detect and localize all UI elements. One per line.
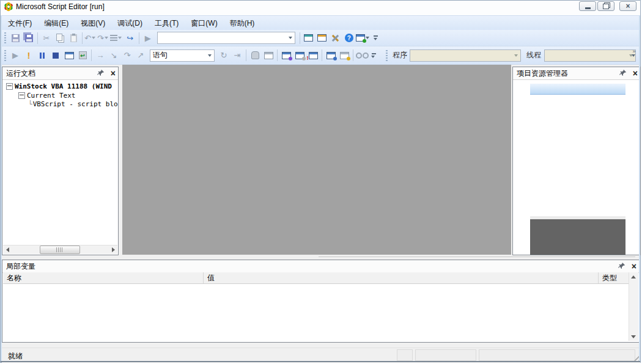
running-documents-button[interactable] xyxy=(324,49,338,62)
menu-tools[interactable]: 工具(T) xyxy=(149,16,185,31)
toolbar-grip[interactable] xyxy=(386,50,388,61)
restart-button[interactable]: ↩ xyxy=(76,49,89,62)
threads-window-button[interactable] xyxy=(338,49,351,62)
find-combobox[interactable] xyxy=(157,32,295,44)
other-windows-dropdown-icon[interactable] xyxy=(366,37,369,39)
restore-button[interactable] xyxy=(597,1,614,11)
stop-debugging-button[interactable] xyxy=(49,49,62,62)
minimize-button[interactable] xyxy=(579,1,596,11)
horizontal-scrollbar[interactable] xyxy=(3,245,117,254)
scroll-down-button[interactable] xyxy=(629,332,638,341)
toolbar-standard: ✂ ↶ ↷ ↪ ▶ ? xyxy=(2,30,640,46)
menu-file[interactable]: 文件(F) xyxy=(2,16,38,31)
scroll-left-button[interactable] xyxy=(3,246,12,253)
menu-help[interactable]: 帮助(H) xyxy=(224,16,261,31)
tree-row[interactable]: WinStock VBA 11188 (WIND xyxy=(6,82,112,91)
autos-button[interactable] xyxy=(355,49,369,62)
toolbar-options-button[interactable] xyxy=(373,35,379,40)
running-documents-titlebar[interactable]: 运行文档 × xyxy=(2,67,118,80)
undo-dropdown-icon[interactable] xyxy=(92,37,95,39)
cut-button[interactable]: ✂ xyxy=(40,31,53,45)
status-text: 就绪 xyxy=(8,351,23,362)
toolbar-grip[interactable] xyxy=(4,50,6,61)
autohide-pin-icon[interactable] xyxy=(619,69,627,78)
undo-button[interactable]: ↶ xyxy=(84,34,97,42)
step-over-button[interactable]: ↷ xyxy=(120,49,134,62)
paste-button[interactable] xyxy=(67,31,80,45)
running-documents-title: 运行文档 xyxy=(6,68,35,79)
menu-window[interactable]: 窗口(W) xyxy=(185,16,223,31)
breakpoints-icon: ! xyxy=(309,52,318,59)
navigate-button[interactable] xyxy=(110,35,124,41)
toolbar-options-button[interactable] xyxy=(371,53,377,58)
step-into-button[interactable]: ↘ xyxy=(107,49,120,62)
toolbox-button[interactable] xyxy=(329,31,342,45)
menu-view[interactable]: 视图(V) xyxy=(75,16,111,31)
other-windows-button[interactable] xyxy=(356,34,371,42)
navigate-dropdown-icon[interactable] xyxy=(118,37,122,39)
scroll-left-icon xyxy=(6,247,9,252)
find-combobox-arrow-icon[interactable] xyxy=(289,37,292,39)
step-out-button[interactable]: ↗ xyxy=(134,49,147,62)
save-all-button[interactable] xyxy=(22,31,35,45)
save-button[interactable] xyxy=(9,31,22,45)
project-explorer-titlebar[interactable]: 项目资源管理器 × xyxy=(513,67,640,80)
refresh-icon: ↻ xyxy=(221,51,227,59)
restart-icon: ↩ xyxy=(79,51,87,59)
redo-button[interactable]: ↷ xyxy=(97,34,110,42)
step-to-cursor-button[interactable]: ⇥ xyxy=(231,49,244,62)
menu-debug[interactable]: 调试(D) xyxy=(111,16,149,31)
start-button[interactable]: ▶ xyxy=(141,31,155,45)
help-button[interactable]: ? xyxy=(342,31,356,45)
other-windows-badge-icon xyxy=(363,39,366,43)
watch-window-button[interactable] xyxy=(279,49,293,62)
redo-dropdown-icon[interactable] xyxy=(105,37,108,39)
tree-row[interactable]: └ VBScript - script bloc xyxy=(28,100,118,109)
scroll-up-button[interactable] xyxy=(629,272,638,281)
autohide-pin-icon[interactable] xyxy=(618,262,625,271)
refresh-button[interactable]: ↻ xyxy=(217,49,231,62)
separator xyxy=(139,32,139,44)
pause-button[interactable] xyxy=(35,49,49,62)
panel-close-icon[interactable]: × xyxy=(633,69,638,78)
step-unit-combobox[interactable]: 语句 xyxy=(150,49,215,62)
step-unit-combobox-arrow-icon[interactable] xyxy=(208,54,212,57)
column-header-type[interactable]: 类型 xyxy=(599,272,629,283)
panel-close-icon[interactable]: × xyxy=(111,69,116,78)
processes-button[interactable] xyxy=(248,49,262,62)
comment-block-button[interactable]: ↪ xyxy=(124,31,137,45)
toolbar-options-arrow-icon xyxy=(371,56,375,58)
column-header-name[interactable]: 名称 xyxy=(3,272,204,283)
menu-edit[interactable]: 编辑(E) xyxy=(38,16,75,31)
close-button[interactable]: × xyxy=(619,1,636,11)
scroll-up-icon xyxy=(631,275,636,278)
tree-row-label: WinStock VBA 11188 (WIND xyxy=(15,82,112,90)
continue-button[interactable]: ▶ xyxy=(9,49,22,62)
tree-connector: └ xyxy=(28,100,32,108)
immediate-window-button[interactable] xyxy=(262,49,275,62)
show-next-statement-button[interactable]: → xyxy=(94,49,107,62)
step-to-cursor-icon: ⇥ xyxy=(234,51,241,59)
splitter-groove[interactable] xyxy=(319,257,635,257)
collapse-icon[interactable] xyxy=(6,83,13,90)
quick-watch-button[interactable] xyxy=(293,49,306,62)
solution-explorer-button[interactable] xyxy=(302,31,315,45)
vertical-scrollbar[interactable] xyxy=(629,272,638,341)
breakpoints-button[interactable]: ! xyxy=(306,49,320,62)
column-header-value[interactable]: 值 xyxy=(204,272,599,283)
scrollbar-thumb[interactable] xyxy=(40,246,80,254)
break-all-button[interactable]: ! xyxy=(22,49,35,62)
properties-window-button[interactable] xyxy=(315,31,329,45)
panel-close-icon[interactable]: × xyxy=(632,262,636,271)
pause-icon xyxy=(40,53,45,59)
project-explorer-selected-item[interactable] xyxy=(530,84,625,95)
scroll-right-button[interactable] xyxy=(109,246,117,253)
breakpoint-window-button[interactable] xyxy=(62,49,76,62)
copy-button[interactable] xyxy=(53,31,67,45)
collapse-icon[interactable] xyxy=(18,92,25,99)
tree-row[interactable]: Current Text xyxy=(18,91,75,100)
toolbar-grip[interactable] xyxy=(4,32,6,43)
autohide-pin-icon[interactable] xyxy=(97,69,105,78)
toolbar-overflow-button[interactable]: » xyxy=(631,49,637,57)
locals-titlebar[interactable]: 局部变量 × xyxy=(2,260,639,273)
